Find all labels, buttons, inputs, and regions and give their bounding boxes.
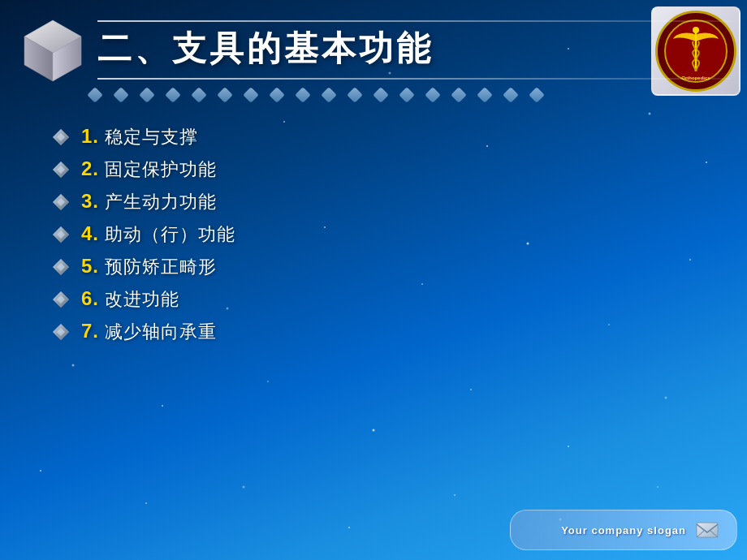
- dot-7: [243, 87, 259, 103]
- dot-1: [87, 87, 103, 103]
- list-text-7: 7. 减少轴向承重: [81, 320, 217, 344]
- list-bullet-icon-6: [49, 287, 73, 312]
- svg-point-25: [243, 486, 245, 489]
- svg-point-21: [568, 446, 569, 447]
- dot-18: [529, 87, 545, 103]
- dot-8: [269, 87, 285, 103]
- list-bullet-icon-5: [49, 255, 73, 279]
- svg-point-27: [454, 494, 456, 496]
- cube-icon: [16, 12, 89, 85]
- dot-15: [451, 87, 467, 103]
- dot-9: [295, 87, 311, 103]
- list-text-4: 4. 助动（行）功能: [81, 222, 235, 247]
- slogan-bar: Your company slogan: [510, 510, 737, 550]
- list-text-6: 6. 改进功能: [81, 287, 179, 312]
- header: 二、支具的基本功能: [0, 0, 747, 85]
- dot-5: [191, 87, 207, 103]
- svg-point-19: [373, 429, 375, 432]
- list-bullet-icon-7: [49, 320, 73, 344]
- main-title: 二、支具的基本功能: [97, 26, 731, 71]
- dot-4: [165, 87, 181, 103]
- list-text-3: 3. 产生动力功能: [81, 190, 217, 214]
- list-item-1: 1. 稳定与支撑: [49, 125, 731, 149]
- list-item-2: 2. 固定保护功能: [49, 157, 731, 182]
- list-bullet-icon-2: [49, 157, 73, 182]
- list-bullet-icon-1: [49, 125, 73, 149]
- svg-point-20: [470, 389, 472, 390]
- dot-11: [347, 87, 363, 103]
- dot-2: [113, 87, 129, 103]
- dots-row: [0, 85, 747, 105]
- list-item-4: 4. 助动（行）功能: [49, 222, 731, 247]
- slogan-text: Your company slogan: [527, 524, 686, 536]
- svg-point-17: [162, 405, 163, 407]
- list-item-3: 3. 产生动力功能: [49, 190, 731, 214]
- svg-point-26: [348, 527, 350, 528]
- dot-16: [477, 87, 493, 103]
- dot-10: [321, 87, 337, 103]
- svg-point-18: [267, 381, 269, 382]
- svg-point-22: [665, 397, 667, 399]
- svg-point-24: [145, 502, 147, 504]
- dot-17: [503, 87, 519, 103]
- dot-14: [425, 87, 441, 103]
- list-item-5: 5. 预防矫正畸形: [49, 255, 731, 279]
- title-area: 二、支具的基本功能: [97, 8, 731, 80]
- list-text-2: 2. 固定保护功能: [81, 157, 217, 182]
- slogan-envelope-icon: [694, 517, 720, 543]
- list-item-6: 6. 改进功能: [49, 287, 731, 312]
- content-list: 1. 稳定与支撑 2. 固定保护功能 3. 产生动力功能: [0, 109, 747, 368]
- dot-6: [217, 87, 233, 103]
- svg-rect-51: [697, 523, 718, 537]
- dot-13: [399, 87, 415, 103]
- dot-12: [373, 87, 389, 103]
- svg-point-23: [40, 470, 41, 472]
- list-bullet-icon-3: [49, 190, 73, 214]
- list-bullet-icon-4: [49, 222, 73, 247]
- list-text-5: 5. 预防矫正畸形: [81, 255, 217, 279]
- svg-point-29: [657, 486, 658, 488]
- list-item-7: 7. 减少轴向承重: [49, 320, 731, 344]
- list-text-1: 1. 稳定与支撑: [81, 125, 198, 149]
- dot-3: [139, 87, 155, 103]
